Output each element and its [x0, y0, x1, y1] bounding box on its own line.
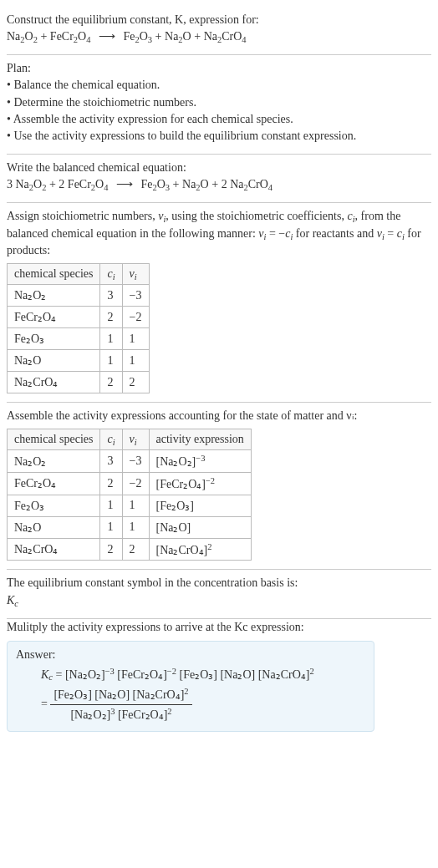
activity-table: chemical species ci νi activity expressi…: [7, 429, 252, 561]
plan-bullet: • Use the activity expressions to build …: [7, 128, 431, 145]
exp: 2: [309, 667, 313, 676]
text: Assemble the activity expressions accoun…: [7, 409, 358, 422]
species-part: O: [140, 30, 148, 43]
cell-species: FeCr₂O₄: [8, 473, 100, 495]
term: [Na₂O₂]: [65, 668, 105, 681]
plan-bullet: • Assemble the activity expression for e…: [7, 111, 431, 128]
species-part: Na: [7, 30, 20, 43]
sub-i: i: [113, 272, 115, 281]
cell-ci: 2: [100, 372, 122, 393]
species-part: Fe: [123, 30, 135, 43]
cell-species: Na₂CrO₄: [8, 372, 100, 393]
sub-c: c: [14, 598, 18, 607]
cell-vi: −3: [122, 450, 149, 473]
term: [Fe₂O₃] [Na₂O] [Na₂CrO₄]: [53, 688, 184, 701]
plus: +: [49, 178, 59, 190]
subscript: 3: [148, 35, 152, 44]
subscript: 4: [104, 183, 108, 192]
cell-species: Na₂O: [8, 350, 100, 372]
species-part: Na: [16, 178, 29, 190]
cell-species: Na₂CrO₄: [8, 538, 100, 561]
cell-ci: 1: [100, 516, 122, 538]
cell-ci: 3: [100, 285, 122, 307]
term: [FeCr₂O₄]: [118, 708, 167, 721]
section-final: Mulitply the activity expressions to arr…: [7, 619, 431, 733]
kc-expression-line2: = [Fe₂O₃] [Na₂O] [Na₂CrO₄]2 [Na₂O₂]3 [Fe…: [41, 685, 365, 724]
symbol-intro: The equilibrium constant symbol in the c…: [7, 575, 431, 591]
plus: +: [40, 30, 49, 43]
term: [Fe₂O₃] [Na₂O] [Na₂CrO₄]: [179, 668, 309, 681]
reaction-arrow: ⟶: [111, 178, 138, 190]
prompt-line1: Construct the equilibrium constant, K, e…: [7, 12, 431, 28]
species-part: O: [95, 178, 104, 190]
plus: +: [194, 30, 203, 43]
table-row: Na₂CrO₄22: [8, 372, 150, 393]
table-row: Na₂O₂3−3[Na₂O₂]−3: [8, 450, 252, 473]
cell-ci: 3: [100, 450, 122, 473]
cell-species: Fe₂O₃: [8, 495, 100, 516]
subscript: 4: [242, 35, 246, 44]
stoich-intro: Assign stoichiometric numbers, νi, using…: [7, 208, 431, 260]
col-species: chemical species: [8, 429, 100, 450]
section-activity: Assemble the activity expressions accoun…: [7, 403, 431, 570]
cell-activity: [Na₂O]: [149, 516, 251, 538]
cell-ci: 1: [100, 495, 122, 516]
section-plan: Plan: • Balance the chemical equation. •…: [7, 55, 431, 154]
cell-vi: −2: [122, 307, 149, 328]
col-vi: νi: [122, 263, 149, 285]
species-part: FeCr: [50, 30, 74, 43]
exp: 2: [184, 687, 188, 696]
cell-ci: 2: [100, 307, 122, 328]
text: , using the stoichiometric coefficients,: [166, 210, 347, 222]
subscript: 2: [42, 183, 46, 192]
text: = −: [266, 227, 285, 240]
species-part: O: [183, 30, 191, 43]
cell-vi: 2: [122, 372, 149, 393]
balanced-equation: 3 Na2O2 + 2 FeCr2O4 ⟶ Fe2O3 + Na2O + 2 N…: [7, 176, 431, 194]
species-part: O: [78, 30, 86, 43]
plus: +: [211, 178, 221, 190]
final-intro: Mulitply the activity expressions to arr…: [7, 619, 431, 636]
subscript: 4: [86, 35, 90, 44]
table-row: Na₂O11: [8, 350, 150, 372]
species-part: O: [25, 30, 33, 43]
prompt-text: Construct the equilibrium constant, K, e…: [7, 13, 259, 26]
plan-title: Plan:: [7, 60, 431, 77]
cell-vi: 1: [122, 495, 149, 516]
table-row: Fe₂O₃11: [8, 328, 150, 350]
coef: 2: [59, 178, 68, 190]
species-part: Na: [204, 30, 217, 43]
text: for reactants and: [293, 227, 376, 240]
cell-activity: [Fe₂O₃]: [149, 495, 251, 516]
table-header-row: chemical species ci νi activity expressi…: [8, 429, 252, 450]
cell-species: Fe₂O₃: [8, 328, 100, 350]
cell-vi: 1: [122, 350, 149, 372]
term: [FeCr₂O₄]: [117, 668, 166, 681]
section-symbol: The equilibrium constant symbol in the c…: [7, 570, 431, 618]
k: K: [41, 668, 48, 681]
subscript: 2: [33, 35, 38, 44]
plus: +: [173, 178, 182, 190]
cell-ci: 2: [100, 473, 122, 495]
col-vi: νi: [122, 429, 149, 450]
species-part: CrO: [248, 178, 268, 190]
cell-vi: 1: [122, 328, 149, 350]
table-row: FeCr₂O₄2−2[FeCr₂O₄]−2: [8, 473, 252, 495]
table-row: Na₂O₂3−3: [8, 285, 150, 307]
unbalanced-equation: Na2O2 + FeCr2O4 ⟶ Fe2O3 + Na2O + Na2CrO4: [7, 28, 431, 46]
col-ci: ci: [100, 263, 122, 285]
k: K: [7, 594, 14, 607]
species-part: CrO: [222, 30, 242, 43]
species-part: Na: [165, 30, 178, 43]
exp: 3: [110, 707, 115, 716]
plan-bullet: • Determine the stoichiometric numbers.: [7, 94, 431, 111]
table-row: FeCr₂O₄2−2: [8, 307, 150, 328]
kc-symbol: Kc: [7, 592, 431, 610]
text: Mulitply the activity expressions to arr…: [7, 621, 304, 633]
subscript: 3: [166, 183, 170, 192]
plus: +: [155, 30, 165, 43]
species-part: O: [157, 178, 166, 190]
coef: 2: [222, 178, 231, 190]
kc-expression-line1: Kc = [Na₂O₂]−3 [FeCr₂O₄]−2 [Fe₂O₃] [Na₂O…: [41, 665, 365, 685]
cell-species: Na₂O₂: [8, 285, 100, 307]
